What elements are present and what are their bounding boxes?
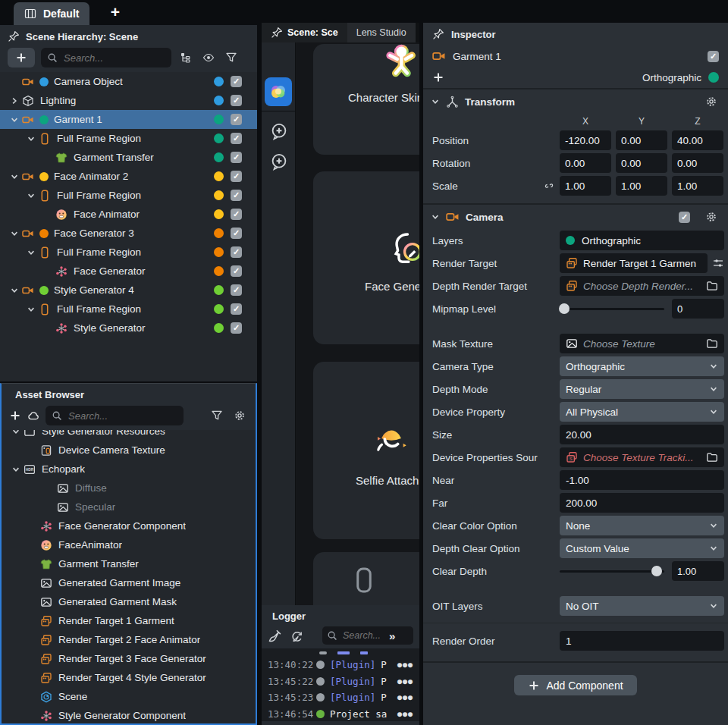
rotation-z-field[interactable]: 0.00 (672, 153, 723, 173)
layer-color-dot[interactable] (214, 133, 224, 143)
chevron-down-icon[interactable] (8, 172, 21, 181)
chevron-down-icon[interactable] (8, 286, 21, 295)
asset-row-style-generator-component[interactable]: Style Generator Component (2, 706, 256, 723)
add-object-button[interactable] (8, 48, 35, 67)
workspace-tab-default[interactable]: Default (14, 2, 89, 25)
layer-color-dot[interactable] (214, 96, 224, 105)
asset-row-generated-garment-mask[interactable]: Generated Garment Mask (2, 592, 256, 611)
layer-color-dot[interactable] (214, 77, 224, 86)
chevron-down-icon[interactable] (9, 465, 23, 474)
layer-color-dot[interactable] (214, 247, 224, 257)
tab-scene[interactable]: Scene: Sce (262, 23, 347, 42)
row-enabled-checkbox[interactable]: ✓ (231, 284, 242, 296)
layer-color-dot[interactable] (708, 72, 719, 83)
asset-card-character-skin[interactable]: Character Skin (313, 44, 419, 155)
asset-row-generated-garment-image[interactable]: Generated Garment Image (2, 573, 256, 592)
hierarchy-row-camera-object[interactable]: Camera Object✓ (0, 72, 257, 91)
pin-icon[interactable] (432, 28, 444, 40)
layer-color-dot[interactable] (214, 115, 224, 124)
mipmap-level-slider[interactable] (560, 308, 664, 310)
layer-color-dot[interactable] (214, 285, 224, 295)
hierarchy-row-full-frame-region[interactable]: Full Frame Region✓ (0, 129, 257, 148)
folder-icon[interactable] (706, 337, 718, 350)
row-enabled-checkbox[interactable]: ✓ (231, 228, 242, 239)
chevron-down-icon[interactable] (8, 229, 21, 238)
layers-field[interactable]: Orthographic (560, 231, 724, 250)
hierarchy-row-lighting[interactable]: Lighting✓ (0, 91, 257, 110)
chevron-down-icon[interactable] (24, 248, 38, 257)
row-enabled-checkbox[interactable]: ✓ (231, 246, 242, 258)
asset-card-phone[interactable] (313, 552, 419, 605)
asset-row-device-camera-texture[interactable]: Device Camera Texture (2, 441, 256, 460)
cloud-icon[interactable] (27, 410, 39, 422)
rotation-x-field[interactable]: 0.00 (560, 153, 611, 173)
link-scale-icon[interactable] (543, 180, 555, 192)
render-order-field[interactable]: 1 (560, 631, 724, 651)
depth-render-target-field[interactable]: Choose Depth Render... (560, 276, 724, 296)
layer-color-dot[interactable] (214, 190, 224, 200)
asset-row-faceanimator[interactable]: FaceAnimator (2, 535, 256, 554)
slider-handle[interactable] (559, 303, 570, 314)
hierarchy-row-full-frame-region[interactable]: Full Frame Region✓ (0, 243, 257, 262)
rotation-y-field[interactable]: 0.00 (616, 153, 667, 173)
position-x-field[interactable]: -120.00 (560, 130, 611, 150)
settings-gear-icon[interactable] (705, 211, 717, 223)
layer-color-dot[interactable] (214, 266, 224, 276)
log-more-button[interactable]: ●●● (397, 677, 413, 686)
chevron-right-icon[interactable] (8, 96, 21, 105)
log-row[interactable]: 13:40:22 [Plugin] P ●●● (262, 657, 419, 673)
asset-search[interactable] (46, 406, 184, 425)
add-asset-rail-button[interactable] (262, 42, 296, 73)
layer-color-dot[interactable] (214, 209, 224, 219)
hierarchy-row-garment-transfer[interactable]: Garment Transfer✓ (0, 148, 257, 167)
asset-row-render-target-2-face-animator[interactable]: Render Target 2 Face Animator (2, 630, 256, 649)
tab-lens-studio[interactable]: Lens Studio (347, 23, 416, 42)
log-more-button[interactable]: ●●● (397, 710, 413, 718)
add-asset-plus-icon[interactable] (9, 410, 21, 422)
mask-texture-field[interactable]: Choose Texture (560, 334, 724, 353)
log-row[interactable]: 13:45:23 [Plugin] P ●●● (262, 689, 419, 706)
mipmap-level-value-field[interactable]: 0 (672, 299, 724, 319)
add-component-button[interactable]: Add Component (514, 675, 636, 695)
asset-library-button-selected[interactable] (265, 77, 292, 106)
hierarchy-row-style-generator-4[interactable]: Style Generator 4✓ (0, 281, 257, 300)
row-enabled-checkbox[interactable]: ✓ (231, 265, 242, 277)
clear-depth-slider[interactable] (560, 570, 664, 573)
hierarchy-row-face-animator-2[interactable]: Face Animator 2✓ (0, 167, 257, 186)
transform-section-header[interactable]: Transform (423, 89, 728, 114)
hierarchy-row-garment-1[interactable]: Garment 1✓ (0, 110, 257, 129)
row-enabled-checkbox[interactable]: ✓ (231, 303, 242, 315)
chevron-down-icon[interactable] (8, 115, 21, 124)
hierarchy-row-style-generator[interactable]: Style Generator✓ (0, 319, 257, 337)
hierarchy-row-face-generator-3[interactable]: Face Generator 3✓ (0, 224, 257, 243)
row-enabled-checkbox[interactable]: ✓ (231, 171, 242, 182)
asset-row-echopark[interactable]: HDREchopark (2, 460, 256, 479)
comment-add-button-2[interactable] (262, 146, 296, 177)
asset-row-diffuse[interactable]: Diffuse (2, 479, 256, 497)
layer-color-dot[interactable] (214, 304, 224, 314)
camera-enabled-checkbox[interactable]: ✓ (679, 212, 690, 223)
position-y-field[interactable]: 0.00 (616, 130, 667, 150)
layer-color-dot[interactable] (214, 171, 224, 181)
logger-search-input[interactable] (341, 629, 385, 642)
asset-row-render-target-1-garment[interactable]: Render Target 1 Garment (2, 611, 256, 630)
visibility-eye-icon[interactable] (200, 52, 217, 64)
render-target-field[interactable]: Render Target 1 Garmen (560, 253, 708, 273)
pin-icon[interactable] (8, 30, 20, 42)
clear-color-option-dropdown[interactable]: None (560, 516, 724, 535)
slider-handle[interactable] (651, 566, 662, 576)
device-properties-sour-field[interactable]: S Choose Texture Tracki... (560, 447, 724, 467)
layer-color-dot[interactable] (214, 323, 224, 333)
asset-search-input[interactable] (67, 410, 177, 422)
chevron-down-icon[interactable] (24, 191, 38, 200)
new-workspace-button[interactable]: + (105, 2, 126, 23)
chevron-down-icon[interactable] (431, 97, 440, 106)
log-row[interactable]: 13:46:54 Project sa ●●● (262, 706, 419, 722)
folder-icon[interactable] (706, 280, 718, 292)
row-enabled-checkbox[interactable]: ✓ (231, 76, 242, 87)
row-enabled-checkbox[interactable]: ✓ (231, 133, 242, 144)
row-enabled-checkbox[interactable]: ✓ (231, 190, 242, 201)
row-enabled-checkbox[interactable]: ✓ (231, 114, 242, 125)
row-enabled-checkbox[interactable]: ✓ (231, 152, 242, 163)
row-enabled-checkbox[interactable]: ✓ (231, 95, 242, 106)
